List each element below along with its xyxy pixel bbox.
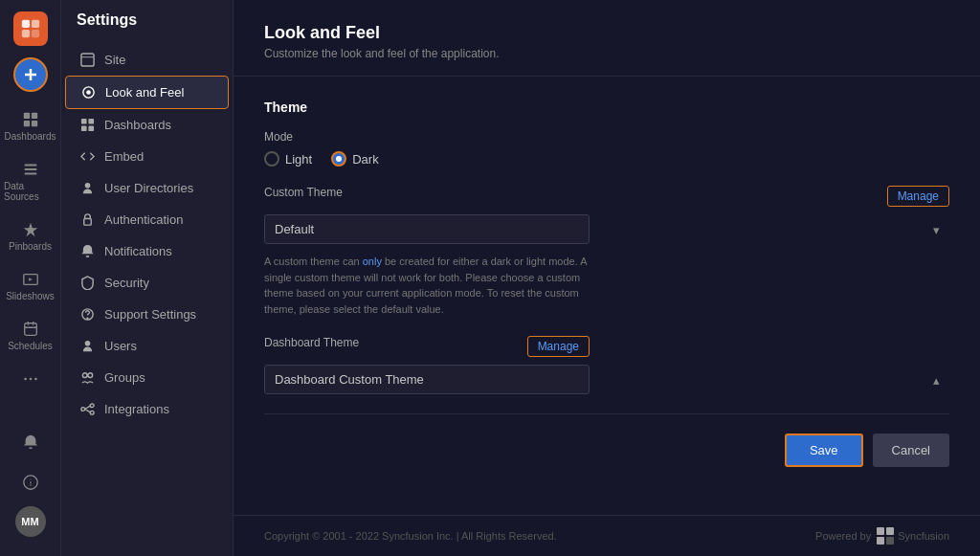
svg-rect-24 (88, 125, 94, 131)
sidebar-item-integrations[interactable]: Integrations (65, 393, 229, 425)
svg-rect-1 (31, 20, 38, 28)
sidebar-item-notifications[interactable]: Notifications (65, 235, 229, 267)
dashboard-theme-label: Dashboard Theme (264, 336, 359, 349)
svg-rect-11 (24, 323, 36, 336)
sidebar-item-label: Look and Feel (105, 85, 184, 100)
custom-theme-hint: A custom theme can only be created for e… (264, 254, 590, 317)
custom-theme-select[interactable]: Default (264, 214, 590, 244)
page-footer: Copyright © 2001 - 2022 Syncfusion Inc. … (234, 515, 980, 556)
dark-radio-circle (331, 151, 346, 167)
svg-point-27 (87, 318, 88, 319)
svg-point-30 (90, 411, 94, 414)
mode-label: Mode (264, 130, 949, 144)
syncfusion-logo: Syncfusion (877, 527, 949, 545)
dashboard-theme-select-wrapper: Dashboard Custom Theme ▴ (264, 365, 949, 394)
svg-rect-9 (31, 121, 36, 126)
footer-divider: Save Cancel (264, 413, 949, 467)
dashboards-nav[interactable]: Dashboards (0, 103, 60, 149)
svg-rect-3 (31, 30, 38, 37)
svg-rect-21 (81, 119, 87, 124)
sidebar-item-look-and-feel[interactable]: Look and Feel (65, 76, 229, 109)
dashboard-theme-manage-link[interactable]: Manage (527, 336, 590, 357)
add-button[interactable] (13, 57, 48, 92)
sidebar-item-label: Site (104, 53, 125, 67)
dashboard-select-arrow-icon: ▴ (933, 372, 940, 387)
dark-mode-option[interactable]: Dark (331, 151, 378, 167)
hint-only-span: only (363, 256, 382, 267)
pinboards-nav[interactable]: Pinboards (0, 213, 60, 259)
icon-bar: Dashboards Data Sources Pinboards Slides… (0, 0, 61, 556)
custom-theme-select-wrapper: Default ▾ (264, 214, 949, 244)
sidebar-item-label: User Directories (104, 181, 193, 195)
more-nav[interactable] (0, 363, 60, 395)
main-body: Theme Mode Light Dark Custom Theme Manag… (234, 77, 980, 515)
dashboard-theme-row: Dashboard Theme Manage (264, 336, 590, 357)
custom-theme-row: Custom Theme Manage (264, 186, 949, 207)
svg-rect-2 (21, 30, 29, 37)
light-label: Light (285, 152, 312, 167)
sidebar-item-support-settings[interactable]: Support Settings (65, 299, 229, 330)
svg-line-31 (85, 406, 91, 409)
light-mode-option[interactable]: Light (264, 151, 312, 167)
powered-by-label: Powered by (815, 530, 871, 542)
syncfusion-brand-label: Syncfusion (898, 530, 949, 542)
sidebar-item-label: Integrations (104, 402, 169, 416)
sidebar-item-label: Users (104, 339, 137, 353)
svg-rect-22 (88, 119, 94, 124)
schedules-nav[interactable]: Schedules (0, 313, 60, 359)
syncfusion-icon (877, 527, 894, 545)
save-button[interactable]: Save (785, 434, 863, 467)
sidebar-item-dashboards[interactable]: Dashboards (65, 109, 229, 141)
page-subtitle: Customize the look and feel of the appli… (264, 47, 949, 60)
sidebar-item-site[interactable]: Site (65, 44, 229, 76)
svg-line-32 (85, 410, 91, 412)
svg-point-12 (24, 378, 27, 381)
select-arrow-icon: ▾ (933, 222, 940, 236)
info-nav[interactable]: i (15, 466, 46, 499)
main-content: Look and Feel Customize the look and fee… (234, 0, 980, 556)
theme-section-title: Theme (264, 100, 949, 115)
svg-point-29 (90, 404, 94, 408)
svg-rect-6 (23, 113, 29, 119)
copyright-text: Copyright © 2001 - 2022 Syncfusion Inc. … (264, 530, 557, 542)
svg-point-20 (86, 90, 91, 95)
sidebar-item-embed[interactable]: Embed (65, 141, 229, 172)
sidebar-item-user-directories[interactable]: User Directories (65, 172, 229, 204)
dashboard-theme-select[interactable]: Dashboard Custom Theme (264, 365, 590, 394)
custom-theme-label: Custom Theme (264, 186, 343, 199)
sidebar-item-groups[interactable]: Groups (65, 362, 229, 393)
page-header: Look and Feel Customize the look and fee… (234, 0, 980, 77)
svg-point-28 (81, 408, 85, 411)
data-sources-nav[interactable]: Data Sources (0, 153, 60, 210)
alerts-nav[interactable] (15, 426, 46, 458)
dark-label: Dark (352, 152, 378, 167)
footer-buttons: Save Cancel (264, 434, 949, 467)
app-logo (13, 11, 48, 46)
sidebar-item-users[interactable]: Users (65, 330, 229, 362)
powered-by: Powered by Syncfusion (815, 527, 949, 545)
svg-rect-25 (84, 219, 92, 226)
sidebar-item-security[interactable]: Security (65, 267, 229, 299)
sidebar-item-label: Notifications (104, 244, 172, 258)
light-radio-circle (264, 151, 279, 167)
sidebar-item-label: Support Settings (104, 307, 196, 322)
sidebar-title: Settings (61, 11, 233, 44)
svg-rect-17 (81, 54, 94, 66)
svg-point-13 (29, 378, 32, 381)
sidebar-item-label: Security (104, 276, 149, 290)
svg-point-14 (34, 378, 37, 381)
settings-sidebar: Settings Site Look and Feel Dashboards E… (61, 0, 234, 556)
cancel-button[interactable]: Cancel (873, 434, 949, 467)
sidebar-item-label: Groups (104, 370, 145, 385)
user-avatar[interactable]: MM (15, 506, 46, 537)
mode-radio-group: Light Dark (264, 151, 949, 167)
svg-rect-0 (21, 20, 29, 28)
custom-theme-manage-button[interactable]: Manage (887, 186, 949, 207)
sidebar-item-label: Dashboards (104, 118, 171, 132)
sidebar-item-authentication[interactable]: Authentication (65, 204, 229, 235)
slideshows-nav[interactable]: Slideshows (0, 263, 60, 309)
sidebar-item-label: Embed (104, 149, 144, 164)
svg-rect-23 (81, 125, 87, 131)
svg-text:i: i (30, 478, 32, 488)
svg-rect-7 (31, 113, 36, 119)
